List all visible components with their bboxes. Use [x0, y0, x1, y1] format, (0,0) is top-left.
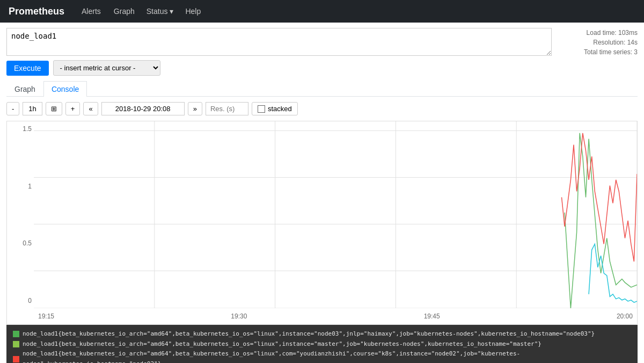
controls-row: Execute - insert metric at cursor -: [6, 60, 638, 76]
calendar-icon: ⊞: [51, 105, 57, 113]
stacked-label: stacked: [268, 105, 292, 113]
chart-container: 1.5 1 0.5 0 19:15: [6, 121, 638, 325]
stacked-icon: [258, 105, 265, 113]
y-label-0.5: 0.5: [9, 240, 32, 246]
chevron-down-icon: ▾: [170, 7, 173, 16]
metric-select[interactable]: - insert metric at cursor -: [53, 60, 160, 76]
forward-button[interactable]: »: [188, 102, 202, 115]
y-label-1: 1: [9, 183, 32, 190]
legend-text: node_load1{beta_kubernetes_io_arch="amd6…: [23, 329, 595, 339]
nav-alerts[interactable]: Alerts: [80, 5, 102, 18]
resolution-input[interactable]: [206, 102, 248, 115]
load-info: Load time: 103ms Resolution: 14s Total t…: [584, 28, 638, 57]
query-input[interactable]: node_load1: [6, 28, 552, 56]
y-label-1.5: 1.5: [9, 126, 32, 132]
x-axis: 19:15 19:30 19:45 20:00: [34, 308, 637, 324]
legend-item: node_load1{beta_kubernetes_io_arch="amd6…: [13, 329, 631, 339]
navbar: Prometheus Alerts Graph Status ▾ Help: [0, 0, 644, 23]
execute-button[interactable]: Execute: [6, 61, 49, 76]
tab-graph[interactable]: Graph: [6, 81, 43, 97]
nav-status-dropdown[interactable]: Status ▾: [147, 7, 174, 16]
legend-color-swatch: [13, 331, 19, 337]
legend-color-swatch: [13, 356, 19, 362]
stacked-button[interactable]: stacked: [252, 102, 298, 115]
x-label-1930: 19:30: [231, 313, 247, 320]
resolution: Resolution: 14s: [584, 38, 638, 47]
brand: Prometheus: [9, 6, 64, 17]
zoom-out-button[interactable]: -: [6, 102, 19, 115]
nav-status-label: Status: [147, 7, 168, 16]
tab-console[interactable]: Console: [43, 81, 87, 97]
chart-svg: [34, 121, 637, 308]
legend-color-swatch: [13, 341, 19, 347]
legend: node_load1{beta_kubernetes_io_arch="amd6…: [6, 325, 638, 363]
graph-controls: - 1h ⊞ + « » stacked: [6, 102, 638, 115]
x-label-1945: 19:45: [424, 313, 440, 320]
query-section: node_load1 Load time: 103ms Resolution: …: [6, 28, 638, 56]
y-axis: 1.5 1 0.5 0: [7, 121, 34, 308]
duration-display: 1h: [23, 102, 42, 115]
total-series: Total time series: 3: [584, 47, 638, 57]
legend-item: node_load1{beta_kubernetes_io_arch="amd6…: [13, 339, 631, 350]
nav-help[interactable]: Help: [184, 5, 202, 18]
datetime-input[interactable]: [101, 102, 185, 115]
zoom-in-button[interactable]: +: [65, 102, 80, 115]
nav-graph[interactable]: Graph: [113, 5, 136, 18]
x-label-2000: 20:00: [617, 313, 633, 320]
load-time: Load time: 103ms: [584, 28, 638, 38]
legend-text: node_load1{beta_kubernetes_io_arch="amd6…: [23, 339, 541, 350]
back-button[interactable]: «: [83, 102, 98, 115]
legend-text: node_load1{beta_kubernetes_io_arch="amd6…: [23, 349, 631, 363]
legend-item: node_load1{beta_kubernetes_io_arch="amd6…: [13, 349, 631, 363]
y-label-0: 0: [9, 297, 32, 304]
tabs: Graph Console: [6, 81, 638, 97]
main-content: node_load1 Load time: 103ms Resolution: …: [0, 23, 644, 363]
x-label-1915: 19:15: [38, 313, 54, 320]
calendar-button[interactable]: ⊞: [46, 102, 62, 115]
